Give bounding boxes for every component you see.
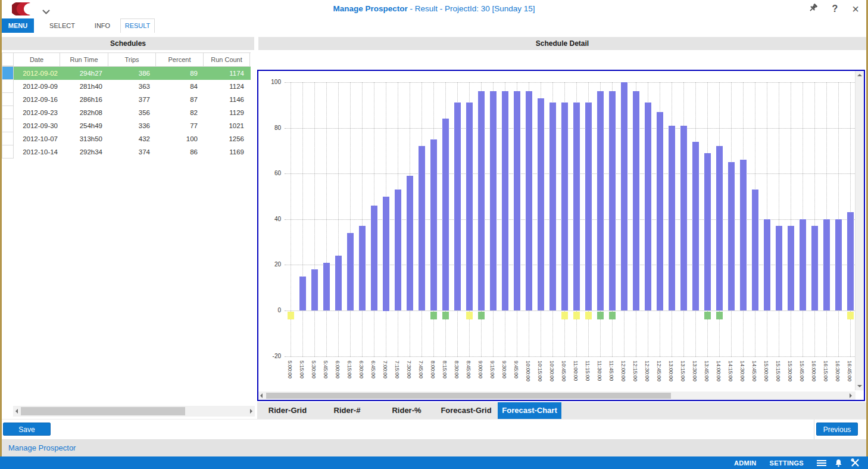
chart-bar — [311, 269, 318, 310]
cell: 1124 — [204, 80, 250, 93]
table-row[interactable]: 2012-09-30254h49336771021 — [2, 119, 251, 132]
chart-bar — [383, 197, 389, 311]
chart-bar — [502, 91, 508, 310]
x-axis-label: 12:15:00 — [632, 361, 639, 392]
column-header[interactable]: Trips — [108, 53, 156, 66]
x-axis-label: 8:15:00 — [441, 361, 448, 392]
row-selector[interactable] — [2, 119, 14, 132]
chart-bar — [669, 126, 675, 310]
chart-v-scrollbar[interactable] — [855, 71, 864, 390]
x-axis-label: 14:15:00 — [727, 361, 734, 392]
x-axis-label: 15:45:00 — [798, 361, 805, 392]
column-header[interactable]: Run Count — [204, 53, 250, 66]
schedules-panel-title: Schedules — [2, 37, 254, 50]
x-axis-label: 14:00:00 — [715, 361, 722, 392]
row-selector[interactable] — [2, 132, 14, 145]
chart-bar — [728, 162, 735, 310]
help-icon[interactable]: ? — [832, 4, 838, 14]
x-axis-label: 8:30:00 — [453, 361, 460, 392]
chart-h-scrollbar[interactable] — [258, 392, 855, 400]
column-header[interactable]: Run Time — [60, 53, 108, 66]
below-axis-marker — [442, 312, 449, 319]
row-selector-header — [2, 53, 14, 66]
tab-rider-percent[interactable]: Rider-% — [377, 402, 436, 419]
table-header-row: DateRun TimeTripsPercentRun Count — [2, 52, 251, 67]
chart-bar — [478, 91, 485, 310]
x-axis-label: 11:45:00 — [608, 361, 615, 392]
column-header[interactable]: Date — [14, 53, 60, 66]
scroll-right-icon[interactable] — [250, 409, 252, 414]
chart-bar — [549, 103, 556, 310]
x-axis-label: 12:30:00 — [644, 361, 651, 392]
gridline-v — [350, 82, 351, 357]
tab-select[interactable]: SELECT — [34, 18, 90, 33]
row-selector[interactable] — [2, 145, 14, 159]
row-selector[interactable] — [2, 106, 14, 119]
cell: 356 — [108, 106, 156, 119]
row-selector[interactable] — [2, 93, 14, 106]
tab-result[interactable]: RESULT — [120, 18, 155, 33]
x-axis-label: 5:00:00 — [286, 361, 294, 392]
schedules-table: DateRun TimeTripsPercentRun Count2012-09… — [2, 52, 251, 159]
window-title: Manage Prospector - Result - ProjectId: … — [2, 4, 866, 13]
tab-info[interactable]: INFO — [90, 18, 114, 33]
table-row[interactable]: 2012-09-23282h08356821129 — [2, 106, 251, 119]
pin-icon[interactable] — [808, 3, 818, 15]
cell: 100 — [156, 132, 204, 145]
chart-bar — [490, 91, 497, 310]
cell: 374 — [108, 145, 156, 159]
footer-bar: Save Previous — [2, 419, 866, 440]
bell-icon[interactable] — [835, 459, 842, 467]
previous-button[interactable]: Previous — [816, 423, 858, 436]
row-selector[interactable] — [2, 80, 14, 93]
chart-tab-strip: Rider-Grid Rider-# Rider-% Forecast-Grid… — [257, 402, 866, 419]
status-text: Manage Prospector — [8, 439, 76, 456]
schedules-h-scrollbar[interactable] — [13, 406, 255, 417]
cell: 281h40 — [60, 80, 108, 93]
tab-forecast-chart[interactable]: Forecast-Chart — [498, 402, 561, 419]
scroll-up-icon[interactable] — [857, 74, 862, 76]
x-axis-label: 11:30:00 — [596, 361, 603, 392]
chart-bar — [716, 146, 723, 310]
schedule-detail-panel-title: Schedule Detail — [258, 37, 866, 50]
chart-bar — [657, 112, 663, 310]
x-axis-label: 16:30:00 — [834, 361, 841, 392]
table-row[interactable]: 2012-09-02294h27386891174 — [2, 67, 251, 80]
table-row[interactable]: 2012-10-07313h504321001256 — [2, 132, 251, 145]
cell: 86 — [156, 145, 204, 159]
x-axis-label: 16:15:00 — [822, 361, 829, 392]
tab-forecast-grid[interactable]: Forecast-Grid — [436, 402, 496, 419]
tab-rider-grid[interactable]: Rider-Grid — [258, 402, 317, 419]
save-button[interactable]: Save — [3, 423, 51, 436]
x-axis-label: 12:00:00 — [620, 361, 627, 392]
cell: 82 — [156, 106, 204, 119]
table-row[interactable]: 2012-10-14292h34374861169 — [2, 145, 251, 159]
scroll-down-icon[interactable] — [857, 385, 862, 387]
x-axis-label: 11:15:00 — [584, 361, 591, 392]
x-axis-label: 6:30:00 — [358, 361, 365, 392]
x-axis-label: 6:00:00 — [334, 361, 341, 392]
close-icon[interactable]: × — [852, 3, 859, 15]
cell: 87 — [156, 93, 204, 106]
scrollbar-thumb[interactable] — [266, 393, 671, 399]
tools-icon[interactable] — [851, 458, 860, 467]
row-selector[interactable] — [2, 67, 14, 80]
admin-link[interactable]: ADMIN — [734, 459, 757, 467]
table-row[interactable]: 2012-09-09281h40363841124 — [2, 80, 251, 93]
tab-menu[interactable]: MENU — [2, 18, 34, 33]
settings-link[interactable]: SETTINGS — [770, 459, 804, 467]
scroll-left-icon[interactable] — [15, 409, 18, 414]
table-row[interactable]: 2012-09-16286h16377871146 — [2, 93, 251, 106]
scroll-left-icon[interactable] — [260, 393, 263, 398]
scrollbar-thumb[interactable] — [21, 407, 185, 415]
cell: 2012-09-02 — [14, 67, 60, 80]
scroll-right-icon[interactable] — [850, 393, 852, 398]
app-window: Manage Prospector - Result - ProjectId: … — [0, 0, 868, 469]
column-header[interactable]: Percent — [156, 53, 204, 66]
x-axis-label: 5:45:00 — [322, 361, 329, 392]
tab-rider-number[interactable]: Rider-# — [317, 402, 377, 419]
cell: 2012-09-23 — [14, 106, 60, 119]
chart-bar — [299, 277, 306, 310]
cell: 336 — [108, 119, 156, 132]
cell: 282h08 — [60, 106, 108, 119]
